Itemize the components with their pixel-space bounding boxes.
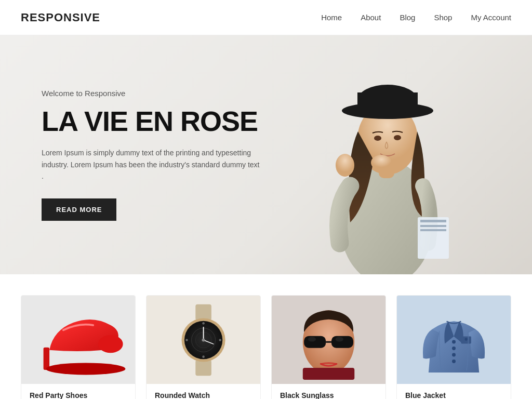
svg-rect-11 [420,220,446,222]
product-image-p3 [272,296,385,384]
svg-point-9 [336,154,354,177]
read-more-button[interactable]: READ MORE [42,198,116,221]
svg-point-23 [185,339,188,341]
svg-rect-10 [418,217,449,259]
hero-figure [283,56,490,274]
hero-section: Welcome to Responsive LA VIE EN ROSE Lor… [0,35,532,274]
svg-point-36 [336,337,343,341]
svg-point-24 [219,339,221,341]
product-card-p2[interactable]: Rounded Watch$299 [146,295,261,399]
product-name-p1: Red Party Shoes [30,391,127,399]
svg-point-37 [452,340,456,343]
hero-image [283,56,490,274]
product-info-p2: Rounded Watch$299 [147,384,260,399]
svg-rect-17 [195,304,211,320]
products-section: Red Party Shoes$199 Rounded Watch$299 [0,274,532,399]
main-nav: HomeAboutBlogShopMy Account [321,13,511,22]
svg-point-35 [308,337,316,341]
product-info-p3: Black Sunglass$99 [272,384,385,399]
svg-point-42 [464,338,468,341]
nav-item-about[interactable]: About [361,13,381,22]
svg-point-39 [452,353,456,356]
svg-rect-14 [44,347,49,369]
svg-point-16 [98,335,123,352]
hero-content: Welcome to Responsive LA VIE EN ROSE Lor… [42,89,260,242]
site-logo: RESPONSIVE [21,11,100,24]
hero-title: LA VIE EN ROSE [42,106,260,137]
svg-rect-12 [420,225,446,227]
product-name-p2: Rounded Watch [155,391,252,399]
svg-point-6 [374,136,381,141]
header: RESPONSIVE HomeAboutBlogShopMy Account [0,0,532,35]
nav-item-shop[interactable]: Shop [434,13,452,22]
product-card-p1[interactable]: Red Party Shoes$199 [21,295,136,399]
svg-rect-13 [420,229,446,231]
svg-point-22 [202,355,205,358]
product-image-p2 [147,296,260,384]
svg-point-40 [452,360,456,363]
nav-item-home[interactable]: Home [321,13,342,22]
svg-rect-18 [195,360,211,376]
hero-text: Lorem Ipsum is simply dummy text of the … [42,147,260,182]
product-card-p4[interactable]: Blue Jacket$199 [396,295,511,399]
svg-point-38 [452,347,456,350]
product-info-p1: Red Party Shoes$199 [21,384,135,399]
svg-point-15 [46,363,125,375]
svg-point-7 [394,135,401,140]
product-name-p3: Black Sunglass [280,391,377,399]
hero-subtitle: Welcome to Responsive [42,89,260,98]
products-grid: Red Party Shoes$199 Rounded Watch$299 [21,295,511,399]
product-image-p1 [21,296,135,384]
svg-rect-5 [357,92,418,111]
nav-item-my-account[interactable]: My Account [471,13,511,22]
product-name-p4: Blue Jacket [405,391,502,399]
nav-item-blog[interactable]: Blog [400,13,415,22]
product-info-p4: Blue Jacket$199 [397,384,511,399]
product-card-p3[interactable]: Black Sunglass$99 [271,295,386,399]
product-image-p4 [397,296,511,384]
svg-point-29 [202,338,205,341]
svg-point-8 [371,155,392,170]
svg-rect-31 [303,368,354,380]
svg-point-21 [202,322,205,325]
